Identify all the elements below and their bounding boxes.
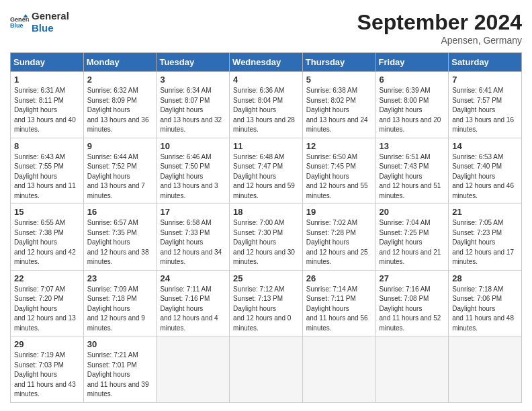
day-number: 24 xyxy=(160,273,226,283)
calendar-cell: 8 Sunrise: 6:43 AMSunset: 7:55 PMDayligh… xyxy=(11,138,84,204)
calendar-cell: 30 Sunrise: 7:21 AMSunset: 7:01 PMDaylig… xyxy=(83,336,157,403)
day-info: Sunrise: 7:07 AMSunset: 7:20 PMDaylight … xyxy=(14,285,80,334)
title-area: September 2024 Apensen, Germany xyxy=(357,10,522,46)
calendar-week-3: 15 Sunrise: 6:55 AMSunset: 7:38 PMDaylig… xyxy=(11,204,522,271)
day-number: 9 xyxy=(87,141,153,151)
day-info: Sunrise: 7:09 AMSunset: 7:18 PMDaylight … xyxy=(87,285,153,334)
day-info: Sunrise: 6:41 AMSunset: 7:57 PMDaylight … xyxy=(452,86,518,135)
day-number: 5 xyxy=(306,75,372,85)
calendar-cell xyxy=(230,336,303,403)
header-monday: Monday xyxy=(83,53,157,72)
day-number: 15 xyxy=(14,207,80,217)
calendar-cell: 3 Sunrise: 6:34 AMSunset: 8:07 PMDayligh… xyxy=(157,72,230,138)
calendar-cell: 27 Sunrise: 7:16 AMSunset: 7:08 PMDaylig… xyxy=(375,270,449,336)
svg-text:Blue: Blue xyxy=(10,22,24,29)
day-number: 19 xyxy=(306,207,372,217)
day-number: 22 xyxy=(14,273,80,283)
day-info: Sunrise: 6:36 AMSunset: 8:04 PMDaylight … xyxy=(233,86,299,135)
day-number: 26 xyxy=(306,273,372,283)
calendar-cell: 7 Sunrise: 6:41 AMSunset: 7:57 PMDayligh… xyxy=(449,72,522,138)
day-info: Sunrise: 7:19 AMSunset: 7:03 PMDaylight … xyxy=(14,351,80,400)
day-info: Sunrise: 6:44 AMSunset: 7:52 PMDaylight … xyxy=(87,152,153,201)
day-info: Sunrise: 7:05 AMSunset: 7:23 PMDaylight … xyxy=(452,218,518,267)
calendar-cell: 10 Sunrise: 6:46 AMSunset: 7:50 PMDaylig… xyxy=(157,138,230,204)
calendar-cell xyxy=(449,336,522,403)
day-info: Sunrise: 6:55 AMSunset: 7:38 PMDaylight … xyxy=(14,218,80,267)
day-number: 18 xyxy=(233,207,299,217)
logo: General Blue General Blue xyxy=(10,10,69,34)
day-info: Sunrise: 7:21 AMSunset: 7:01 PMDaylight … xyxy=(87,351,153,400)
day-info: Sunrise: 7:00 AMSunset: 7:30 PMDaylight … xyxy=(233,218,299,267)
day-info: Sunrise: 6:31 AMSunset: 8:11 PMDaylight … xyxy=(14,86,80,135)
calendar-week-4: 22 Sunrise: 7:07 AMSunset: 7:20 PMDaylig… xyxy=(11,270,522,336)
day-info: Sunrise: 7:04 AMSunset: 7:25 PMDaylight … xyxy=(380,218,445,267)
day-number: 28 xyxy=(452,273,518,283)
day-info: Sunrise: 7:11 AMSunset: 7:16 PMDaylight … xyxy=(160,285,226,334)
day-info: Sunrise: 6:57 AMSunset: 7:35 PMDaylight … xyxy=(87,218,153,267)
day-number: 16 xyxy=(87,207,153,217)
calendar-cell: 13 Sunrise: 6:51 AMSunset: 7:43 PMDaylig… xyxy=(375,138,449,204)
day-number: 23 xyxy=(87,273,153,283)
calendar-week-5: 29 Sunrise: 7:19 AMSunset: 7:03 PMDaylig… xyxy=(11,336,522,403)
day-info: Sunrise: 6:38 AMSunset: 8:02 PMDaylight … xyxy=(306,86,372,135)
calendar-cell: 21 Sunrise: 7:05 AMSunset: 7:23 PMDaylig… xyxy=(449,204,522,271)
calendar-cell: 17 Sunrise: 6:58 AMSunset: 7:33 PMDaylig… xyxy=(157,204,230,271)
logo-icon: General Blue xyxy=(10,13,29,32)
calendar-cell: 1 Sunrise: 6:31 AMSunset: 8:11 PMDayligh… xyxy=(11,72,84,138)
day-number: 30 xyxy=(87,339,153,349)
calendar-cell: 16 Sunrise: 6:57 AMSunset: 7:35 PMDaylig… xyxy=(83,204,157,271)
calendar-cell: 14 Sunrise: 6:53 AMSunset: 7:40 PMDaylig… xyxy=(449,138,522,204)
calendar-cell xyxy=(302,336,375,403)
calendar-cell: 5 Sunrise: 6:38 AMSunset: 8:02 PMDayligh… xyxy=(302,72,375,138)
day-number: 2 xyxy=(87,75,153,85)
day-info: Sunrise: 7:02 AMSunset: 7:28 PMDaylight … xyxy=(306,218,372,267)
day-info: Sunrise: 6:53 AMSunset: 7:40 PMDaylight … xyxy=(452,152,518,201)
calendar-cell xyxy=(375,336,449,403)
calendar-week-2: 8 Sunrise: 6:43 AMSunset: 7:55 PMDayligh… xyxy=(11,138,522,204)
calendar-cell: 4 Sunrise: 6:36 AMSunset: 8:04 PMDayligh… xyxy=(230,72,303,138)
calendar-cell: 6 Sunrise: 6:39 AMSunset: 8:00 PMDayligh… xyxy=(375,72,449,138)
day-info: Sunrise: 6:32 AMSunset: 8:09 PMDaylight … xyxy=(87,86,153,135)
day-number: 4 xyxy=(233,75,299,85)
header-wednesday: Wednesday xyxy=(230,53,303,72)
day-info: Sunrise: 6:46 AMSunset: 7:50 PMDaylight … xyxy=(160,152,226,201)
header-friday: Friday xyxy=(375,53,449,72)
calendar-cell xyxy=(157,336,230,403)
calendar-cell: 28 Sunrise: 7:18 AMSunset: 7:06 PMDaylig… xyxy=(449,270,522,336)
calendar-cell: 20 Sunrise: 7:04 AMSunset: 7:25 PMDaylig… xyxy=(375,204,449,271)
header-saturday: Saturday xyxy=(449,53,522,72)
calendar-cell: 26 Sunrise: 7:14 AMSunset: 7:11 PMDaylig… xyxy=(302,270,375,336)
header-tuesday: Tuesday xyxy=(157,53,230,72)
day-number: 1 xyxy=(14,75,80,85)
day-number: 6 xyxy=(380,75,445,85)
calendar-cell: 25 Sunrise: 7:12 AMSunset: 7:13 PMDaylig… xyxy=(230,270,303,336)
logo-subtext: Blue xyxy=(32,22,69,34)
day-number: 8 xyxy=(14,141,80,151)
day-info: Sunrise: 6:39 AMSunset: 8:00 PMDaylight … xyxy=(380,86,445,135)
logo-text: General xyxy=(32,10,69,22)
calendar-cell: 9 Sunrise: 6:44 AMSunset: 7:52 PMDayligh… xyxy=(83,138,157,204)
day-number: 14 xyxy=(452,141,518,151)
day-info: Sunrise: 7:16 AMSunset: 7:08 PMDaylight … xyxy=(380,285,445,334)
day-number: 12 xyxy=(306,141,372,151)
calendar-cell: 18 Sunrise: 7:00 AMSunset: 7:30 PMDaylig… xyxy=(230,204,303,271)
calendar-cell: 12 Sunrise: 6:50 AMSunset: 7:45 PMDaylig… xyxy=(302,138,375,204)
day-info: Sunrise: 7:14 AMSunset: 7:11 PMDaylight … xyxy=(306,285,372,334)
calendar-cell: 24 Sunrise: 7:11 AMSunset: 7:16 PMDaylig… xyxy=(157,270,230,336)
day-number: 3 xyxy=(160,75,226,85)
day-number: 27 xyxy=(380,273,445,283)
day-info: Sunrise: 7:12 AMSunset: 7:13 PMDaylight … xyxy=(233,285,299,334)
calendar-table: SundayMondayTuesdayWednesdayThursdayFrid… xyxy=(10,52,522,403)
day-info: Sunrise: 6:34 AMSunset: 8:07 PMDaylight … xyxy=(160,86,226,135)
calendar-cell: 2 Sunrise: 6:32 AMSunset: 8:09 PMDayligh… xyxy=(83,72,157,138)
calendar-cell: 29 Sunrise: 7:19 AMSunset: 7:03 PMDaylig… xyxy=(11,336,84,403)
day-number: 13 xyxy=(380,141,445,151)
day-number: 20 xyxy=(380,207,445,217)
day-number: 25 xyxy=(233,273,299,283)
day-number: 10 xyxy=(160,141,226,151)
calendar-cell: 15 Sunrise: 6:55 AMSunset: 7:38 PMDaylig… xyxy=(11,204,84,271)
calendar-cell: 11 Sunrise: 6:48 AMSunset: 7:47 PMDaylig… xyxy=(230,138,303,204)
day-number: 7 xyxy=(452,75,518,85)
day-info: Sunrise: 6:50 AMSunset: 7:45 PMDaylight … xyxy=(306,152,372,201)
month-title: September 2024 xyxy=(357,10,522,35)
